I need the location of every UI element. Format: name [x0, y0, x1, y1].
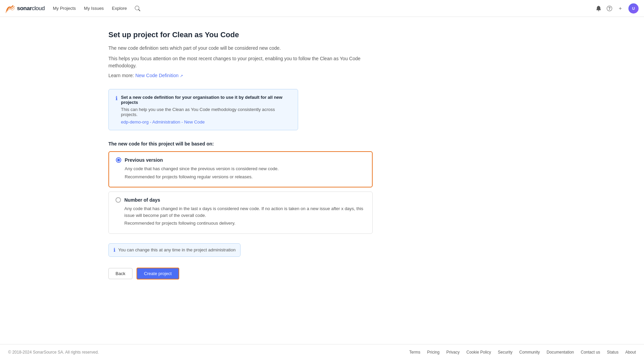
- learn-more-text: Learn more: New Code Definition ↗: [108, 73, 373, 78]
- footer-link-documentation[interactable]: Documentation: [547, 350, 574, 355]
- footer-link-status[interactable]: Status: [607, 350, 619, 355]
- footer-link-about[interactable]: About: [625, 350, 636, 355]
- navbar-right: U: [596, 3, 639, 14]
- footer-link-privacy[interactable]: Privacy: [446, 350, 459, 355]
- nav-my-issues[interactable]: My Issues: [84, 6, 104, 11]
- create-project-button[interactable]: Create project: [137, 268, 179, 279]
- option-number-of-days[interactable]: Number of days Any code that has changed…: [108, 192, 373, 234]
- nav-explore[interactable]: Explore: [112, 6, 127, 11]
- info-note-icon: ℹ: [113, 247, 116, 253]
- option-desc1-previous-version: Any code that has changed since the prev…: [125, 165, 365, 172]
- change-note: ℹ You can change this at any time in the…: [108, 243, 241, 257]
- copyright-text: © 2018-2024 SonarSource SA. All rights r…: [8, 350, 99, 355]
- section-label: The new code for this project will be ba…: [108, 141, 373, 147]
- option-title-number-of-days: Number of days: [124, 197, 160, 203]
- info-circle-icon: ℹ: [116, 95, 118, 102]
- footer-link-terms[interactable]: Terms: [409, 350, 420, 355]
- admin-new-code-link[interactable]: edp-demo-org - Administration - New Code: [121, 119, 205, 125]
- radio-previous-version[interactable]: [116, 157, 121, 163]
- footer-link-contact-us[interactable]: Contact us: [581, 350, 600, 355]
- button-row: Back Create project: [108, 268, 373, 279]
- page-title: Set up project for Clean as You Code: [108, 30, 373, 39]
- brand-logo[interactable]: sonarcloud: [5, 4, 45, 13]
- footer: © 2018-2024 SonarSource SA. All rights r…: [0, 344, 644, 360]
- info-box-desc: This can help you use the Clean as You C…: [121, 107, 291, 117]
- footer-link-pricing[interactable]: Pricing: [427, 350, 440, 355]
- radio-number-of-days[interactable]: [116, 197, 121, 203]
- info-box-title: Set a new code definition for your organ…: [121, 95, 291, 105]
- search-button[interactable]: [135, 6, 140, 11]
- option-desc2-previous-version: Recommended for projects following regul…: [125, 174, 365, 180]
- footer-link-security[interactable]: Security: [498, 350, 512, 355]
- navbar: sonarcloud My Projects My Issues Explore…: [0, 0, 644, 17]
- option-desc2-number-of-days: Recommended for projects following conti…: [124, 220, 366, 227]
- user-avatar[interactable]: U: [628, 3, 639, 14]
- footer-link-cookie-policy[interactable]: Cookie Policy: [466, 350, 491, 355]
- brand-name: sonarcloud: [17, 5, 45, 12]
- nav-my-projects[interactable]: My Projects: [53, 6, 76, 11]
- add-button[interactable]: [618, 6, 623, 11]
- help-button[interactable]: [607, 6, 612, 11]
- org-info-box: ℹ Set a new code definition for your org…: [108, 89, 298, 130]
- footer-links: Terms Pricing Privacy Cookie Policy Secu…: [409, 350, 636, 355]
- page-desc-2: This helps you focus attention on the mo…: [108, 55, 373, 69]
- footer-link-community[interactable]: Community: [519, 350, 540, 355]
- option-previous-version[interactable]: Previous version Any code that has chang…: [108, 151, 373, 187]
- sonarcloud-icon: [5, 4, 15, 13]
- info-note-text: You can change this at any time in the p…: [118, 247, 235, 252]
- option-title-previous-version: Previous version: [125, 157, 163, 163]
- main-content: Set up project for Clean as You Code The…: [0, 17, 373, 344]
- new-code-definition-link[interactable]: New Code Definition ↗: [135, 73, 183, 78]
- page-desc-1: The new code definition sets which part …: [108, 45, 373, 52]
- external-link-icon: ↗: [180, 74, 183, 78]
- option-desc1-number-of-days: Any code that has changed in the last x …: [124, 205, 366, 219]
- back-button[interactable]: Back: [108, 268, 132, 279]
- notifications-button[interactable]: [596, 6, 601, 11]
